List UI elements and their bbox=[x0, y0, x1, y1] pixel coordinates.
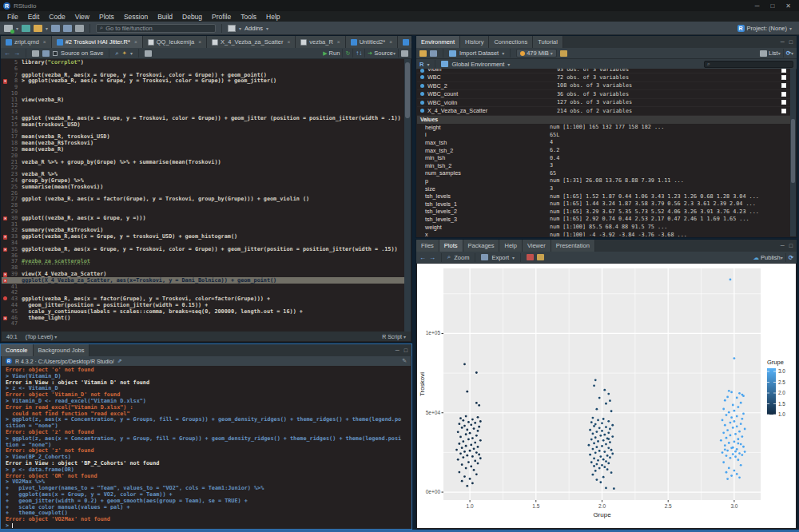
code-line[interactable]: 31 bbox=[2, 221, 404, 228]
code-line[interactable]: ×30ggplot((vezba_R, aes(x = Grupe, y =))… bbox=[2, 215, 404, 221]
environment-search-input[interactable]: ⌕ bbox=[704, 61, 793, 68]
zoom-plot-button[interactable]: Zoom bbox=[454, 254, 469, 261]
code-line[interactable]: 16 bbox=[2, 128, 404, 134]
code-line[interactable]: 6 bbox=[2, 66, 404, 72]
env-value-row[interactable]: tsh_levels_1num [1:65] 1.44 3.24 1.87 3.… bbox=[417, 200, 790, 208]
source-tab-vezba-r[interactable]: vezba_R× bbox=[296, 36, 345, 48]
code-line[interactable]: 29 bbox=[2, 208, 404, 215]
code-line[interactable]: 43ggplot(vezba_R, aes(x = factor(Grupe),… bbox=[2, 296, 404, 302]
env-dataframe-row[interactable]: WBC_violin127 obs. of 3 variables bbox=[417, 99, 790, 108]
env-value-row[interactable]: heightnum [1:100] 165 132 177 158 182 ..… bbox=[417, 124, 790, 132]
code-line[interactable]: 5library("corrplot") bbox=[2, 59, 404, 66]
close-tab-icon[interactable]: × bbox=[389, 39, 392, 45]
source-tab-untitled2-[interactable]: Untitled2*× bbox=[346, 36, 398, 48]
env-dataframe-row[interactable]: WBC_count36 obs. of 3 variables bbox=[417, 90, 790, 99]
code-line[interactable]: 38 bbox=[2, 264, 404, 271]
clear-plots-icon[interactable] bbox=[537, 254, 544, 260]
export-button[interactable]: Export bbox=[491, 254, 509, 261]
code-line[interactable]: 36 bbox=[2, 252, 404, 259]
compile-report-icon[interactable] bbox=[145, 50, 152, 57]
global-env-button[interactable]: Global Environment bbox=[451, 61, 504, 68]
new-file-icon[interactable] bbox=[4, 25, 13, 32]
code-line[interactable]: 21vezba_R %>% + group_by(Grupe) %>% + su… bbox=[2, 159, 404, 165]
code-line[interactable]: 25summarise(mean(Troskovi)) bbox=[2, 184, 404, 190]
code-line[interactable]: 32summary(vezba_R$Troskovi) bbox=[2, 228, 404, 234]
env-value-row[interactable]: tsh_levelsnum [1:65] 1.52 1.87 0.44 1.06… bbox=[417, 193, 790, 200]
code-line[interactable]: 45 scale_y_continuous(labels = scales::c… bbox=[2, 308, 404, 315]
dataframe-checkbox[interactable] bbox=[781, 75, 786, 80]
close-tab-icon[interactable]: × bbox=[337, 39, 340, 45]
memory-usage-button[interactable]: 479 MiB▾ bbox=[516, 49, 557, 58]
run-button[interactable]: Run bbox=[329, 50, 340, 57]
next-plot-icon[interactable]: → bbox=[429, 254, 435, 261]
env-value-row[interactable]: xnum [1:100] -4 -3.92 -3.84 -3.76 -3.68 … bbox=[417, 231, 790, 236]
code-line[interactable]: 37#vezba za scatterplot bbox=[2, 259, 404, 265]
env-value-row[interactable]: i65L bbox=[417, 131, 790, 139]
console-tab-console[interactable]: Console bbox=[1, 344, 34, 356]
maximize-button[interactable]: □ bbox=[770, 2, 774, 10]
menu-session[interactable]: Session bbox=[120, 12, 152, 22]
console-tab-background-jobs[interactable]: Background Jobs bbox=[34, 344, 90, 356]
code-line[interactable]: 15mean(troskovi_USD) bbox=[2, 121, 404, 128]
env-value-row[interactable]: tsh_levels_3num [1:65] 2.92 0.74 0.44 2.… bbox=[417, 216, 790, 224]
load-workspace-icon[interactable] bbox=[419, 50, 427, 57]
code-line[interactable]: ×35ggplot(vezba_R, aes(x = Grupe, y = Tr… bbox=[2, 246, 404, 252]
remove-plot-icon[interactable] bbox=[527, 254, 534, 260]
addins-button[interactable]: Addins bbox=[244, 25, 263, 32]
open-recent-caret[interactable]: ▾ bbox=[46, 26, 48, 31]
code-line[interactable]: 28 bbox=[2, 202, 404, 208]
file-type-indicator[interactable]: R Script ▾ bbox=[382, 334, 406, 339]
code-line[interactable]: ×39view(X_4_Vezba_za_Scatter) bbox=[2, 271, 404, 277]
publish-button[interactable]: Publish bbox=[761, 254, 781, 261]
save-all-icon[interactable] bbox=[63, 25, 72, 32]
close-button[interactable]: ✕ bbox=[785, 2, 791, 10]
plots-tab-viewer[interactable]: Viewer bbox=[523, 240, 551, 252]
new-file-caret[interactable]: ▾ bbox=[16, 26, 18, 31]
r-language-button[interactable]: R bbox=[419, 61, 423, 68]
save-icon[interactable] bbox=[51, 25, 60, 32]
env-value-row[interactable]: tsh_levels_2num [1:65] 3.29 3.67 5.35 5.… bbox=[417, 208, 790, 216]
code-line[interactable]: 17mean(vezba_R, troskovi_USD) bbox=[2, 134, 404, 141]
env-value-row[interactable]: size3 bbox=[417, 185, 790, 193]
env-tab-connections[interactable]: Connections bbox=[489, 36, 533, 48]
code-line[interactable]: 7ggplot(vezba_R, aes(x = Grupe, y = Tros… bbox=[2, 72, 404, 78]
dataframe-checkbox[interactable] bbox=[781, 100, 786, 105]
code-line[interactable]: 44 geom_jitter(position = position_jitte… bbox=[2, 302, 404, 308]
menu-view[interactable]: View bbox=[71, 12, 93, 22]
code-line[interactable]: ×8> ggplot(vezba_R, aes(x = Grupe, y = T… bbox=[2, 77, 404, 84]
menu-build[interactable]: Build bbox=[153, 12, 177, 22]
prev-plot-icon[interactable]: ← bbox=[419, 254, 426, 261]
pane-minimize-icon[interactable]: ─ bbox=[781, 243, 785, 248]
code-line[interactable]: 12 bbox=[2, 103, 404, 109]
code-line[interactable]: 27ggplot (vezba_R, aes(x = factor(Grupe)… bbox=[2, 197, 404, 203]
env-dataframe-row[interactable]: X_4_Vezba_za_Scatter214 obs. of 2 variab… bbox=[417, 107, 790, 116]
import-dataset-button[interactable]: Import Dataset bbox=[459, 50, 499, 57]
code-line[interactable]: 41 bbox=[2, 284, 404, 290]
code-editor[interactable]: 5library("corrplot")67ggplot(vezba_R, ae… bbox=[2, 59, 404, 332]
code-line[interactable]: 13 bbox=[2, 109, 404, 115]
source-tab-qq-leukemija[interactable]: QQ_leukemija× bbox=[143, 36, 207, 48]
menu-code[interactable]: Code bbox=[45, 12, 69, 22]
env-value-row[interactable]: max_tsh_26.2 bbox=[417, 146, 790, 154]
source-button[interactable]: Source bbox=[374, 50, 393, 57]
plots-tab-packages[interactable]: Packages bbox=[463, 240, 500, 252]
source-tab-zript-qmd[interactable]: zript.qmd× bbox=[1, 36, 52, 48]
pane-maximize-icon[interactable]: □ bbox=[789, 243, 793, 248]
pane-maximize-icon[interactable]: □ bbox=[789, 39, 793, 45]
document-outline-icon[interactable] bbox=[401, 50, 408, 57]
plots-tab-presentation[interactable]: Presentation bbox=[551, 240, 595, 252]
source-tab-x-4-vezba-za-scatter[interactable]: X_4_Vezba_za_Scatter× bbox=[207, 36, 296, 48]
close-tab-icon[interactable]: × bbox=[287, 39, 290, 45]
goto-file-input[interactable]: ⌕Go to file/function bbox=[96, 24, 216, 33]
code-line[interactable]: 47 bbox=[2, 320, 404, 327]
print-icon[interactable] bbox=[75, 25, 84, 32]
menu-debug[interactable]: Debug bbox=[178, 12, 206, 22]
close-tab-icon[interactable]: × bbox=[198, 39, 201, 45]
code-line[interactable]: ×40ggplot(X_4_Vezba_za_Scatter, aes(x=Tr… bbox=[2, 277, 404, 284]
code-line[interactable]: 24group_by(Grupe) %>% bbox=[2, 177, 404, 184]
env-tab-environment[interactable]: Environment bbox=[416, 36, 460, 48]
code-line[interactable]: 9 bbox=[2, 84, 404, 90]
env-value-row[interactable]: pnum [1:31] 26.08 13.76 8.88 7.39 1.11 .… bbox=[417, 177, 790, 185]
menu-profile[interactable]: Profile bbox=[208, 12, 235, 22]
source-tab-quarto-proba-qmd[interactable]: quarto proba.qmd× bbox=[398, 36, 411, 48]
